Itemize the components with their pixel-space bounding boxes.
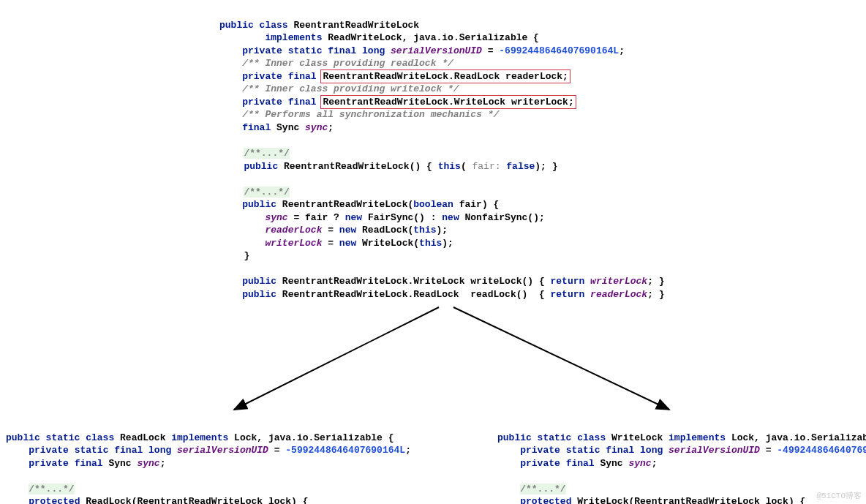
field-mods: private final [242, 97, 322, 108]
boxed-readerlock-decl: ReentrantReadWriteLock.ReadLock readerLo… [320, 69, 570, 84]
comment-sync: /** Performs all synchronization mechani… [242, 109, 499, 120]
comment-folded: /**...*/ [29, 484, 74, 494]
comment-writelock: /** Inner class providing writelock */ [242, 83, 459, 94]
kw-public: public [219, 20, 260, 31]
class-name: ReentrantReadWriteLock [293, 20, 419, 31]
serial-value: -6992448646407690164L [499, 45, 619, 56]
arrow-right [453, 307, 669, 410]
kw-final: final [242, 122, 276, 133]
top-class-code: public class ReentrantReadWriteLock impl… [219, 6, 665, 301]
readlock-class-code: public static class ReadLock implements … [6, 418, 411, 504]
arrow-left [234, 307, 439, 410]
boxed-writerlock-decl: ReentrantReadWriteLock.WriteLock writerL… [320, 95, 576, 110]
kw-class: class [260, 20, 294, 31]
field-mods: private static final long [242, 45, 391, 56]
interfaces: ReadWriteLock, java.io.Serializable { [328, 32, 539, 43]
comment-readlock: /** Inner class providing readlock */ [242, 58, 453, 69]
param-hint: fair: [472, 161, 506, 172]
comment-folded: /**...*/ [244, 148, 289, 159]
comment-folded: /**...*/ [520, 484, 565, 494]
field-serialversion: serialVersionUID [391, 45, 482, 56]
field-mods: private final [242, 71, 322, 82]
comment-folded: /**...*/ [244, 187, 289, 198]
writelock-class-code: public static class WriteLock implements… [497, 418, 866, 504]
watermark: @51CTO博客 [816, 490, 862, 501]
sync-field: sync [305, 122, 328, 133]
kw-implements: implements [265, 32, 328, 43]
